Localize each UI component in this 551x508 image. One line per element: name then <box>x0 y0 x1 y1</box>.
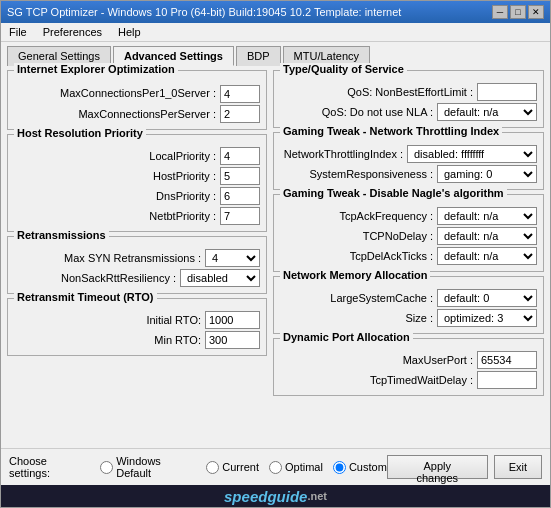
apply-changes-button[interactable]: Apply changes <box>387 455 488 479</box>
local-priority-input[interactable] <box>220 147 260 165</box>
max-conn-input[interactable] <box>220 105 260 123</box>
qos-group: Type/Quality of Service QoS: NonBestEffo… <box>273 70 544 128</box>
radio-windows-default[interactable]: Windows Default <box>100 455 196 479</box>
radio-optimal-label: Optimal <box>285 461 323 473</box>
dns-priority-row: DnsPriority : <box>14 187 260 205</box>
tcp-timed-wait-label: TcpTimedWaitDelay : <box>370 374 473 386</box>
choose-settings: Choose settings: Windows Default Current… <box>9 455 387 479</box>
max-conn-label: MaxConnectionsPerServer : <box>78 108 216 120</box>
sys-resp-select[interactable]: gaming: 0 <box>437 165 537 183</box>
throttling-title: Gaming Tweak - Network Throttling Index <box>280 125 502 137</box>
local-priority-row: LocalPriority : <box>14 147 260 165</box>
non-sack-select[interactable]: disabled <box>180 269 260 287</box>
rto-title: Retransmit Timeout (RTO) <box>14 291 157 303</box>
radio-current-input[interactable] <box>206 461 219 474</box>
radio-optimal[interactable]: Optimal <box>269 461 323 474</box>
host-priority-row: HostPriority : <box>14 167 260 185</box>
menu-bar: File Preferences Help <box>1 23 550 42</box>
netbt-priority-row: NetbtPriority : <box>14 207 260 225</box>
max-user-port-label: MaxUserPort : <box>403 354 473 366</box>
minimize-button[interactable]: ─ <box>492 5 508 19</box>
radio-group: Windows Default Current Optimal Custom <box>100 455 387 479</box>
menu-help[interactable]: Help <box>114 25 145 39</box>
nti-label: NetworkThrottlingIndex : <box>284 148 403 160</box>
tcp-timed-wait-input[interactable] <box>477 371 537 389</box>
size-label: Size : <box>405 312 433 324</box>
large-cache-label: LargeSystemCache : <box>330 292 433 304</box>
netbt-priority-label: NetbtPriority : <box>149 210 216 222</box>
menu-preferences[interactable]: Preferences <box>39 25 106 39</box>
max-conn1-input[interactable] <box>220 85 260 103</box>
no-delay-row: TCPNoDelay : default: n/a <box>280 227 537 245</box>
host-priority-input[interactable] <box>220 167 260 185</box>
nti-select[interactable]: disabled: ffffffff <box>407 145 537 163</box>
initial-rto-input[interactable] <box>205 311 260 329</box>
max-conn-row: MaxConnectionsPerServer : <box>14 105 260 123</box>
large-cache-row: LargeSystemCache : default: 0 <box>280 289 537 307</box>
netbt-priority-input[interactable] <box>220 207 260 225</box>
min-rto-input[interactable] <box>205 331 260 349</box>
tab-bdp[interactable]: BDP <box>236 46 281 66</box>
del-ack-select[interactable]: default: n/a <box>437 247 537 265</box>
max-user-port-input[interactable] <box>477 351 537 369</box>
sys-resp-row: SystemResponsiveness : gaming: 0 <box>280 165 537 183</box>
radio-custom-label: Custom <box>349 461 387 473</box>
qos-nla-select[interactable]: default: n/a <box>437 103 537 121</box>
dns-priority-input[interactable] <box>220 187 260 205</box>
non-sack-row: NonSackRttResiliency : disabled <box>14 269 260 287</box>
radio-current-label: Current <box>222 461 259 473</box>
host-resolution-group: Host Resolution Priority LocalPriority :… <box>7 134 267 232</box>
local-priority-label: LocalPriority : <box>149 150 216 162</box>
logo-suffix: .net <box>307 490 327 502</box>
size-row: Size : optimized: 3 <box>280 309 537 327</box>
radio-current[interactable]: Current <box>206 461 259 474</box>
max-syn-row: Max SYN Retransmissions : 4 <box>14 249 260 267</box>
host-priority-label: HostPriority : <box>153 170 216 182</box>
exit-button[interactable]: Exit <box>494 455 542 479</box>
max-conn1-row: MaxConnectionsPer1_0Server : <box>14 83 260 103</box>
max-syn-select[interactable]: 4 <box>205 249 260 267</box>
min-rto-label: Min RTO: <box>154 334 201 346</box>
two-col-layout: Internet Explorer Optimization MaxConnec… <box>7 70 544 444</box>
network-memory-title: Network Memory Allocation <box>280 269 430 281</box>
min-rto-row: Min RTO: <box>14 331 260 349</box>
initial-rto-label: Initial RTO: <box>146 314 201 326</box>
maximize-button[interactable]: □ <box>510 5 526 19</box>
no-delay-select[interactable]: default: n/a <box>437 227 537 245</box>
choose-settings-label: Choose settings: <box>9 455 90 479</box>
radio-custom[interactable]: Custom <box>333 461 387 474</box>
dynamic-port-group: Dynamic Port Allocation MaxUserPort : Tc… <box>273 338 544 396</box>
footer-logo: speedguide.net <box>1 485 550 507</box>
nti-row: NetworkThrottlingIndex : disabled: fffff… <box>280 145 537 163</box>
del-ack-row: TcpDelAckTicks : default: n/a <box>280 247 537 265</box>
max-syn-label: Max SYN Retransmissions : <box>64 252 201 264</box>
size-select[interactable]: optimized: 3 <box>437 309 537 327</box>
qos-nla-row: QoS: Do not use NLA : default: n/a <box>280 103 537 121</box>
host-resolution-title: Host Resolution Priority <box>14 127 146 139</box>
radio-optimal-input[interactable] <box>269 461 282 474</box>
max-user-port-row: MaxUserPort : <box>280 351 537 369</box>
tcp-timed-wait-row: TcpTimedWaitDelay : <box>280 371 537 389</box>
close-button[interactable]: ✕ <box>528 5 544 19</box>
content-area: Internet Explorer Optimization MaxConnec… <box>1 66 550 448</box>
ack-freq-label: TcpAckFrequency : <box>339 210 433 222</box>
initial-rto-row: Initial RTO: <box>14 311 260 329</box>
nagle-group: Gaming Tweak - Disable Nagle's algorithm… <box>273 194 544 272</box>
radio-windows-input[interactable] <box>100 461 113 474</box>
menu-file[interactable]: File <box>5 25 31 39</box>
bottom-buttons: Apply changes Exit <box>387 455 542 479</box>
qos-best-row: QoS: NonBestEffortLimit : <box>280 83 537 101</box>
qos-title: Type/Quality of Service <box>280 63 407 75</box>
qos-best-input[interactable] <box>477 83 537 101</box>
max-conn1-label: MaxConnectionsPer1_0Server : <box>60 87 216 99</box>
right-column: Type/Quality of Service QoS: NonBestEffo… <box>273 70 544 444</box>
qos-nla-label: QoS: Do not use NLA : <box>322 106 433 118</box>
nagle-title: Gaming Tweak - Disable Nagle's algorithm <box>280 187 507 199</box>
qos-best-label: QoS: NonBestEffortLimit : <box>347 86 473 98</box>
large-cache-select[interactable]: default: 0 <box>437 289 537 307</box>
ie-optimization-group: Internet Explorer Optimization MaxConnec… <box>7 70 267 130</box>
ack-freq-select[interactable]: default: n/a <box>437 207 537 225</box>
del-ack-label: TcpDelAckTicks : <box>350 250 433 262</box>
radio-custom-input[interactable] <box>333 461 346 474</box>
throttling-group: Gaming Tweak - Network Throttling Index … <box>273 132 544 190</box>
